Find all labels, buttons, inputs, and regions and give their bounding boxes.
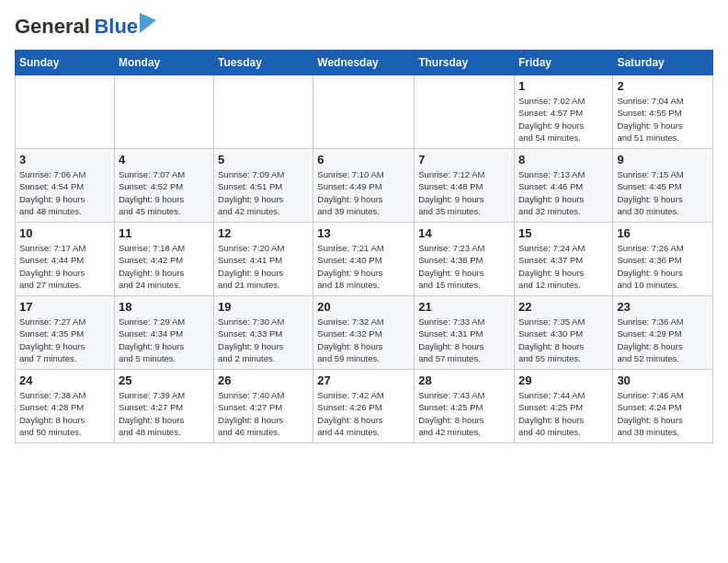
calendar-cell: 2Sunrise: 7:04 AM Sunset: 4:55 PM Daylig… [613, 75, 713, 149]
day-number: 5 [218, 153, 309, 167]
calendar-cell: 4Sunrise: 7:07 AM Sunset: 4:52 PM Daylig… [114, 149, 213, 223]
calendar-cell: 29Sunrise: 7:44 AM Sunset: 4:25 PM Dayli… [514, 370, 612, 443]
calendar-header-row: SundayMondayTuesdayWednesdayThursdayFrid… [16, 51, 713, 75]
day-info: Sunrise: 7:10 AM Sunset: 4:49 PM Dayligh… [317, 168, 410, 217]
day-number: 4 [119, 153, 210, 167]
calendar-week-3: 10Sunrise: 7:17 AM Sunset: 4:44 PM Dayli… [16, 223, 713, 296]
calendar-cell: 27Sunrise: 7:42 AM Sunset: 4:26 PM Dayli… [313, 370, 415, 443]
calendar-cell [16, 75, 115, 149]
day-number: 15 [518, 226, 609, 240]
day-info: Sunrise: 7:15 AM Sunset: 4:45 PM Dayligh… [617, 168, 709, 217]
calendar-cell: 26Sunrise: 7:40 AM Sunset: 4:27 PM Dayli… [214, 370, 313, 443]
calendar-week-1: 1Sunrise: 7:02 AM Sunset: 4:57 PM Daylig… [16, 75, 713, 149]
day-info: Sunrise: 7:17 AM Sunset: 4:44 PM Dayligh… [19, 242, 110, 291]
calendar-week-4: 17Sunrise: 7:27 AM Sunset: 4:35 PM Dayli… [16, 296, 713, 370]
calendar-cell [313, 75, 415, 149]
day-number: 11 [119, 226, 210, 240]
day-number: 30 [617, 373, 709, 387]
calendar-cell: 24Sunrise: 7:38 AM Sunset: 4:28 PM Dayli… [16, 370, 115, 443]
day-number: 10 [19, 226, 110, 240]
svg-marker-0 [140, 13, 156, 33]
logo-blue: Blue [94, 15, 138, 38]
calendar-cell: 13Sunrise: 7:21 AM Sunset: 4:40 PM Dayli… [313, 223, 415, 296]
weekday-header-tuesday: Tuesday [214, 51, 313, 75]
weekday-header-friday: Friday [514, 51, 612, 75]
calendar-cell: 5Sunrise: 7:09 AM Sunset: 4:51 PM Daylig… [214, 149, 313, 223]
day-number: 23 [617, 300, 709, 314]
weekday-header-thursday: Thursday [415, 51, 515, 75]
weekday-header-saturday: Saturday [613, 51, 713, 75]
day-number: 2 [617, 79, 709, 93]
day-info: Sunrise: 7:20 AM Sunset: 4:41 PM Dayligh… [218, 242, 309, 291]
day-number: 28 [418, 373, 510, 387]
day-info: Sunrise: 7:42 AM Sunset: 4:26 PM Dayligh… [317, 389, 410, 438]
day-number: 9 [617, 153, 709, 167]
calendar-cell: 19Sunrise: 7:30 AM Sunset: 4:33 PM Dayli… [214, 296, 313, 370]
calendar-week-5: 24Sunrise: 7:38 AM Sunset: 4:28 PM Dayli… [16, 370, 713, 443]
calendar-cell: 15Sunrise: 7:24 AM Sunset: 4:37 PM Dayli… [514, 223, 612, 296]
day-number: 1 [518, 79, 609, 93]
calendar-cell: 18Sunrise: 7:29 AM Sunset: 4:34 PM Dayli… [114, 296, 213, 370]
day-info: Sunrise: 7:23 AM Sunset: 4:38 PM Dayligh… [418, 242, 510, 291]
day-info: Sunrise: 7:46 AM Sunset: 4:24 PM Dayligh… [617, 389, 709, 438]
calendar-cell: 8Sunrise: 7:13 AM Sunset: 4:46 PM Daylig… [514, 149, 612, 223]
calendar-cell: 12Sunrise: 7:20 AM Sunset: 4:41 PM Dayli… [214, 223, 313, 296]
calendar-cell: 14Sunrise: 7:23 AM Sunset: 4:38 PM Dayli… [415, 223, 515, 296]
day-number: 27 [317, 373, 410, 387]
day-info: Sunrise: 7:09 AM Sunset: 4:51 PM Dayligh… [218, 168, 309, 217]
day-info: Sunrise: 7:24 AM Sunset: 4:37 PM Dayligh… [518, 242, 609, 291]
day-info: Sunrise: 7:29 AM Sunset: 4:34 PM Dayligh… [119, 316, 210, 364]
day-info: Sunrise: 7:06 AM Sunset: 4:54 PM Dayligh… [19, 168, 110, 217]
day-number: 24 [19, 373, 110, 387]
calendar-cell [114, 75, 213, 149]
calendar-cell: 6Sunrise: 7:10 AM Sunset: 4:49 PM Daylig… [313, 149, 415, 223]
day-number: 17 [19, 300, 110, 314]
day-info: Sunrise: 7:38 AM Sunset: 4:28 PM Dayligh… [19, 389, 110, 438]
weekday-header-monday: Monday [114, 51, 213, 75]
day-number: 26 [218, 373, 309, 387]
day-info: Sunrise: 7:02 AM Sunset: 4:57 PM Dayligh… [518, 95, 609, 144]
day-number: 20 [317, 300, 410, 314]
day-number: 13 [317, 226, 410, 240]
day-number: 18 [119, 300, 210, 314]
calendar-cell: 11Sunrise: 7:18 AM Sunset: 4:42 PM Dayli… [114, 223, 213, 296]
calendar-week-2: 3Sunrise: 7:06 AM Sunset: 4:54 PM Daylig… [16, 149, 713, 223]
calendar-cell: 10Sunrise: 7:17 AM Sunset: 4:44 PM Dayli… [16, 223, 115, 296]
day-info: Sunrise: 7:43 AM Sunset: 4:25 PM Dayligh… [418, 389, 510, 438]
calendar-cell: 9Sunrise: 7:15 AM Sunset: 4:45 PM Daylig… [613, 149, 713, 223]
calendar-cell: 3Sunrise: 7:06 AM Sunset: 4:54 PM Daylig… [16, 149, 115, 223]
day-info: Sunrise: 7:26 AM Sunset: 4:36 PM Dayligh… [617, 242, 709, 291]
day-info: Sunrise: 7:27 AM Sunset: 4:35 PM Dayligh… [19, 316, 110, 364]
day-info: Sunrise: 7:40 AM Sunset: 4:27 PM Dayligh… [218, 389, 309, 438]
calendar-body: 1Sunrise: 7:02 AM Sunset: 4:57 PM Daylig… [16, 75, 713, 443]
logo: General Blue [15, 15, 138, 39]
day-info: Sunrise: 7:35 AM Sunset: 4:30 PM Dayligh… [518, 316, 609, 364]
logo-icon [140, 13, 156, 33]
day-number: 19 [218, 300, 309, 314]
day-number: 16 [617, 226, 709, 240]
day-info: Sunrise: 7:13 AM Sunset: 4:46 PM Dayligh… [518, 168, 609, 217]
day-number: 12 [218, 226, 309, 240]
calendar-cell: 23Sunrise: 7:36 AM Sunset: 4:29 PM Dayli… [613, 296, 713, 370]
calendar-cell: 22Sunrise: 7:35 AM Sunset: 4:30 PM Dayli… [514, 296, 612, 370]
day-number: 8 [518, 153, 609, 167]
calendar-cell: 28Sunrise: 7:43 AM Sunset: 4:25 PM Dayli… [415, 370, 515, 443]
logo-general: General [15, 15, 90, 38]
page-header: General Blue [15, 15, 713, 39]
calendar-cell [214, 75, 313, 149]
day-number: 25 [119, 373, 210, 387]
day-info: Sunrise: 7:21 AM Sunset: 4:40 PM Dayligh… [317, 242, 410, 291]
calendar-cell: 17Sunrise: 7:27 AM Sunset: 4:35 PM Dayli… [16, 296, 115, 370]
day-info: Sunrise: 7:12 AM Sunset: 4:48 PM Dayligh… [418, 168, 510, 217]
day-number: 21 [418, 300, 510, 314]
day-info: Sunrise: 7:04 AM Sunset: 4:55 PM Dayligh… [617, 95, 709, 144]
calendar-table: SundayMondayTuesdayWednesdayThursdayFrid… [15, 50, 713, 443]
calendar-cell [415, 75, 515, 149]
calendar-cell: 25Sunrise: 7:39 AM Sunset: 4:27 PM Dayli… [114, 370, 213, 443]
day-number: 3 [19, 153, 110, 167]
calendar-cell: 7Sunrise: 7:12 AM Sunset: 4:48 PM Daylig… [415, 149, 515, 223]
day-info: Sunrise: 7:30 AM Sunset: 4:33 PM Dayligh… [218, 316, 309, 364]
calendar-cell: 30Sunrise: 7:46 AM Sunset: 4:24 PM Dayli… [613, 370, 713, 443]
day-info: Sunrise: 7:36 AM Sunset: 4:29 PM Dayligh… [617, 316, 709, 364]
calendar-cell: 16Sunrise: 7:26 AM Sunset: 4:36 PM Dayli… [613, 223, 713, 296]
